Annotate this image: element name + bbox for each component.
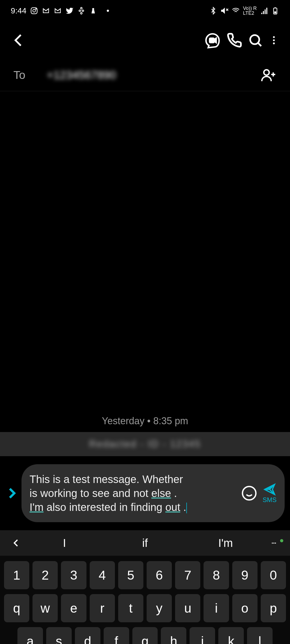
key-1[interactable]: 1 (4, 561, 29, 589)
svg-point-3 (92, 8, 95, 10)
status-right: Vo)) R LTE2 (209, 6, 279, 16)
volte-network-label: Vo)) R LTE2 (243, 6, 257, 16)
key-t[interactable]: t (118, 594, 143, 622)
status-time: 9:44 (11, 6, 26, 15)
bluetooth-icon (209, 7, 217, 15)
key-p[interactable]: p (261, 594, 286, 622)
compose-line2b: . (171, 487, 177, 499)
send-label: SMS (263, 496, 277, 504)
svg-point-15 (273, 542, 274, 543)
key-f[interactable]: f (104, 627, 129, 644)
key-8[interactable]: 8 (204, 561, 229, 589)
voice-call-button[interactable] (227, 32, 242, 48)
twitter-icon (66, 7, 74, 15)
key-o[interactable]: o (232, 594, 258, 622)
svg-point-10 (273, 39, 275, 41)
chess-pawn-icon (89, 7, 97, 15)
svg-point-9 (273, 36, 275, 38)
key-a[interactable]: a (17, 627, 43, 644)
key-9[interactable]: 9 (232, 561, 258, 589)
suggestion-2[interactable]: if (105, 537, 185, 550)
search-button[interactable] (248, 32, 263, 48)
key-j[interactable]: j (190, 627, 215, 644)
compose-line1: This is a test message. Whether (30, 473, 183, 485)
compose-text-input[interactable]: This is a test message. Whether is worki… (30, 472, 236, 514)
key-l[interactable]: l (247, 627, 273, 644)
notification-dot-icon (280, 539, 283, 542)
gmail-icon-2 (54, 7, 62, 15)
fan-icon (77, 7, 85, 15)
key-s[interactable]: s (46, 627, 72, 644)
key-0[interactable]: 0 (261, 561, 286, 589)
key-q[interactable]: q (4, 594, 29, 622)
kb-row-1: 1 2 3 4 5 6 7 8 9 0 (4, 561, 286, 589)
svg-point-1 (33, 9, 35, 12)
key-6[interactable]: 6 (147, 561, 172, 589)
status-bar: 9:44 • Vo)) R LTE2 (0, 0, 290, 21)
gmail-icon (42, 7, 50, 15)
key-g[interactable]: g (132, 627, 158, 644)
kb-row-3: a s d f g h j k l (4, 627, 286, 644)
compose-line3b: . (180, 501, 186, 513)
svg-point-13 (242, 486, 256, 500)
svg-point-2 (36, 9, 37, 9)
compose-line2-underline: else (151, 487, 171, 499)
suggestions-row: I if I'm (0, 530, 290, 556)
key-h[interactable]: h (161, 627, 186, 644)
svg-point-11 (273, 42, 275, 44)
recipient-value[interactable]: +1234567890 (47, 69, 260, 82)
keyboard: 1 2 3 4 5 6 7 8 9 0 q w e r t y u i o p … (0, 556, 290, 644)
key-7[interactable]: 7 (175, 561, 200, 589)
mute-icon (220, 7, 229, 15)
info-banner-text: Redacted - ID - 12345 (89, 438, 201, 450)
suggestion-3[interactable]: I'm (185, 537, 266, 550)
emoji-button[interactable] (241, 485, 257, 501)
instagram-icon (30, 7, 38, 15)
key-i[interactable]: i (204, 594, 229, 622)
text-cursor (186, 503, 187, 513)
key-y[interactable]: y (147, 594, 172, 622)
suggestion-1[interactable]: I (24, 537, 105, 550)
back-button[interactable] (11, 32, 27, 48)
key-k[interactable]: k (218, 627, 244, 644)
info-banner: Redacted - ID - 12345 (0, 432, 290, 456)
suggestion-more-button[interactable] (266, 540, 282, 546)
svg-rect-7 (210, 38, 214, 42)
compose-line3a: also interested in finding (44, 501, 165, 513)
svg-point-16 (275, 542, 276, 543)
status-left: 9:44 • (11, 6, 109, 15)
compose-expand-button[interactable] (5, 486, 19, 500)
key-e[interactable]: e (61, 594, 86, 622)
compose-row: This is a test message. Whether is worki… (0, 456, 290, 530)
recipient-label: To (13, 69, 25, 82)
battery-icon (271, 7, 279, 15)
svg-rect-6 (275, 8, 276, 8)
key-u[interactable]: u (175, 594, 200, 622)
compose-line2a: is working to see and not (30, 487, 151, 499)
more-options-button[interactable] (269, 32, 279, 48)
svg-point-14 (272, 542, 273, 543)
video-call-button[interactable] (204, 32, 221, 49)
recipient-row: To +1234567890 (0, 59, 290, 91)
send-button[interactable]: SMS (263, 483, 277, 504)
key-2[interactable]: 2 (32, 561, 58, 589)
app-toolbar (0, 21, 290, 59)
key-w[interactable]: w (32, 594, 58, 622)
kb-row-2: q w e r t y u i o p (4, 594, 286, 622)
svg-rect-5 (274, 12, 276, 14)
compose-bubble: This is a test message. Whether is worki… (21, 464, 285, 522)
key-3[interactable]: 3 (61, 561, 86, 589)
signal-icon (260, 7, 268, 15)
compose-line3-underline2: out (165, 501, 180, 513)
conversation-area[interactable]: Yesterday • 8:35 pm (0, 91, 290, 432)
key-5[interactable]: 5 (118, 561, 143, 589)
key-4[interactable]: 4 (90, 561, 115, 589)
suggestion-back-button[interactable] (8, 538, 24, 548)
add-recipient-button[interactable] (260, 67, 277, 83)
svg-point-12 (264, 70, 269, 75)
key-r[interactable]: r (90, 594, 115, 622)
compose-line3-underline1: I'm (30, 501, 44, 513)
dot-icon: • (106, 6, 109, 15)
wifi-icon (232, 7, 240, 15)
key-d[interactable]: d (75, 627, 100, 644)
